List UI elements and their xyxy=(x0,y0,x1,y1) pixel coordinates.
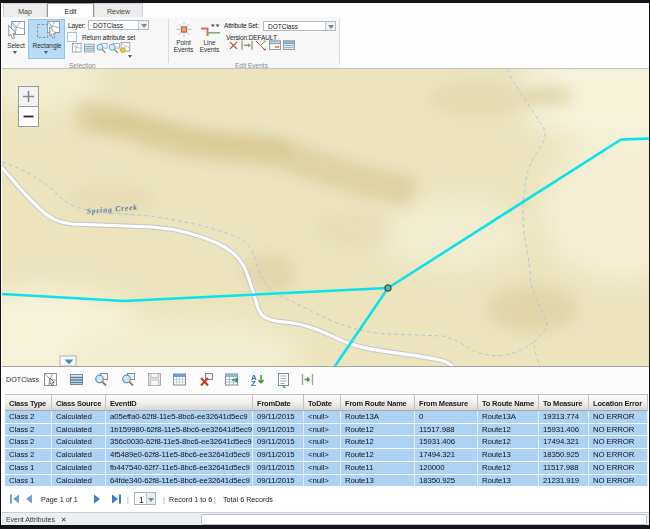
svg-text:Z: Z xyxy=(251,379,256,388)
